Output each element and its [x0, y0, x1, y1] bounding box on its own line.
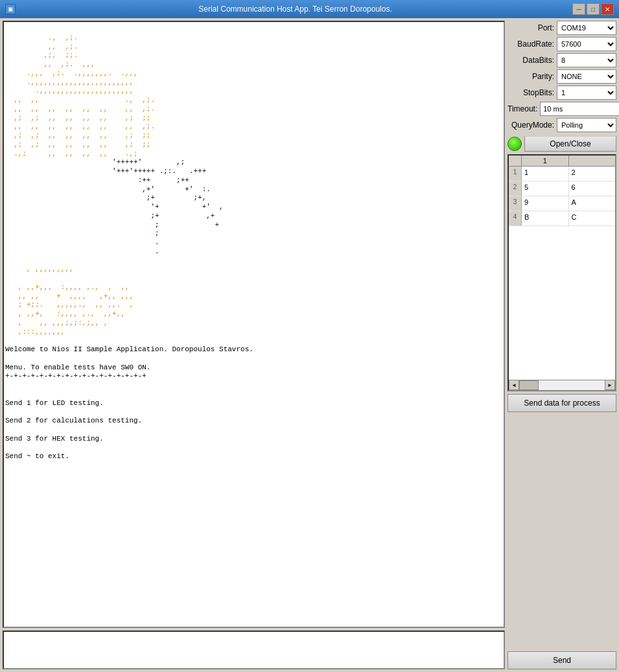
table-row-num-2: 2 — [509, 181, 522, 196]
terminal-area: ., ,;. ,, ,;. ,;, ;;. ,, ,;. ,,, .,,, ,;… — [3, 21, 505, 628]
port-label: Port: — [508, 23, 554, 32]
main-container: ., ,;. ,, ,;. ,;, ;;. ,, ,;. ,,, .,,, ,;… — [0, 18, 619, 672]
ascii-art-2: .,,, ,;. .,,,,,,,. .,,, .,,,,,,,,,,,,,,,… — [5, 69, 138, 95]
table-row: 3 9 A — [509, 196, 615, 211]
table-cell-1-2[interactable]: 2 — [569, 167, 616, 181]
open-close-row: Open/Close — [508, 136, 616, 152]
parity-label: Parity: — [508, 72, 554, 81]
table-row: 1 1 2 — [509, 167, 615, 181]
timeout-label: Timeout: — [508, 104, 537, 113]
databits-select[interactable]: 8 7 6 — [557, 53, 616, 67]
timeout-row: Timeout: ▲ ▼ — [508, 102, 616, 116]
spacer — [508, 415, 616, 649]
ascii-art-1: ., ,;. ,, ,;. ,;, ;;. ,, ,;. ,,, — [5, 34, 95, 68]
settings-section: Port: COM19 COM1 COM2 BaudRate: 57600 96… — [508, 21, 616, 132]
stopbits-label: StopBits: — [508, 88, 554, 97]
timeout-spinner: ▲ ▼ — [540, 102, 619, 116]
timeout-input[interactable] — [540, 102, 619, 116]
input-field[interactable] — [4, 632, 504, 668]
data-table-body[interactable]: 1 1 2 2 5 6 3 9 A 4 — [509, 167, 615, 380]
parity-select[interactable]: NONE EVEN ODD — [557, 69, 616, 84]
open-close-button[interactable]: Open/Close — [524, 136, 616, 152]
table-scrollbar: ◄ ► — [509, 380, 615, 390]
port-select[interactable]: COM19 COM1 COM2 — [557, 21, 616, 35]
terminal-scroll[interactable]: ., ,;. ,, ,;. ,;, ;;. ,, ,;. ,,, .,,, ,;… — [4, 22, 504, 627]
app-icon: ▣ — [5, 4, 16, 14]
data-table-header: 1 — [509, 156, 615, 167]
port-row: Port: COM19 COM1 COM2 — [508, 21, 616, 35]
send-button[interactable]: Send — [508, 651, 616, 669]
baudrate-label: BaudRate: — [508, 40, 554, 49]
querymode-label: QueryMode: — [508, 121, 554, 130]
window-title: Serial Communication Host App. Tei Serro… — [18, 5, 572, 14]
stopbits-select[interactable]: 1 2 — [557, 86, 616, 100]
table-cell-1-1[interactable]: 1 — [522, 167, 569, 181]
input-area — [3, 631, 505, 669]
table-row-num-4: 4 — [509, 211, 522, 226]
window-controls: ─ □ ✕ — [572, 3, 614, 15]
table-cell-4-2[interactable]: C — [569, 211, 616, 226]
table-cell-2-1[interactable]: 5 — [522, 181, 569, 196]
databits-label: DataBits: — [508, 56, 554, 65]
table-row: 4 B C — [509, 211, 615, 226]
baudrate-row: BaudRate: 57600 9600 115200 — [508, 37, 616, 51]
status-indicator — [508, 137, 522, 151]
parity-row: Parity: NONE EVEN ODD — [508, 69, 616, 84]
scrollbar-track[interactable] — [519, 380, 605, 390]
maximize-button[interactable]: □ — [587, 3, 600, 15]
ascii-art-3: ,, ,, ., ,;. ,, ,, ,, ,, ,, ,, ,, ,;. ,;… — [5, 96, 155, 157]
menu-header: Menu. To enable tests have SW0 ON. — [5, 364, 150, 371]
terminal-content: ., ,;. ,, ,;. ,;, ;;. ,, ,;. ,,, .,,, ,;… — [5, 25, 502, 470]
querymode-row: QueryMode: Polling Interrupt — [508, 118, 616, 132]
left-panel: ., ,;. ,, ,;. ,;, ;;. ,, ,;. ,,, .,,, ,;… — [3, 21, 505, 669]
title-bar: ▣ Serial Communication Host App. Tei Ser… — [0, 0, 619, 18]
data-table-section: 1 1 1 2 2 5 6 3 9 — [508, 154, 616, 391]
scrollbar-thumb[interactable] — [519, 380, 539, 390]
stopbits-row: StopBits: 1 2 — [508, 86, 616, 100]
close-button[interactable]: ✕ — [601, 3, 614, 15]
scrollbar-left-button[interactable]: ◄ — [509, 380, 519, 390]
send-data-button[interactable]: Send data for process — [508, 394, 616, 412]
table-col1-header: 1 — [522, 156, 569, 166]
querymode-select[interactable]: Polling Interrupt — [557, 118, 616, 132]
table-cell-3-2[interactable]: A — [569, 196, 616, 211]
ascii-art-middle: , ,,,,,,,,, , ,,+,,, :,,,, ,., , ,, ,, ,… — [5, 265, 134, 335]
scrollbar-right-button[interactable]: ► — [605, 380, 615, 390]
baudrate-select[interactable]: 57600 9600 115200 — [557, 37, 616, 51]
table-row-num-3: 3 — [509, 196, 522, 211]
minimize-button[interactable]: ─ — [572, 3, 585, 15]
table-col2-header — [569, 156, 616, 166]
right-panel: Port: COM19 COM1 COM2 BaudRate: 57600 96… — [508, 21, 616, 669]
option1-text: Send 1 for LED testing. Send 2 for calcu… — [5, 399, 142, 461]
databits-row: DataBits: 8 7 6 — [508, 53, 616, 67]
table-cell-2-2[interactable]: 6 — [569, 181, 616, 196]
table-cell-4-1[interactable]: B — [522, 211, 569, 226]
table-cell-3-1[interactable]: 9 — [522, 196, 569, 211]
table-row-num-header — [509, 156, 522, 166]
ascii-art-plus: '+++++' ,; '+++'+++++ .;:. .+++ :++ ;++ … — [5, 158, 224, 255]
separator-line: +-+-+-+-+-+-+-+-+-+-+-+-+-+-+-+-+ — [5, 372, 146, 380]
table-row: 2 5 6 — [509, 181, 615, 196]
welcome-text: Welcome to Nios II Sample Application. D… — [5, 345, 253, 353]
table-row-num-1: 1 — [509, 167, 522, 181]
